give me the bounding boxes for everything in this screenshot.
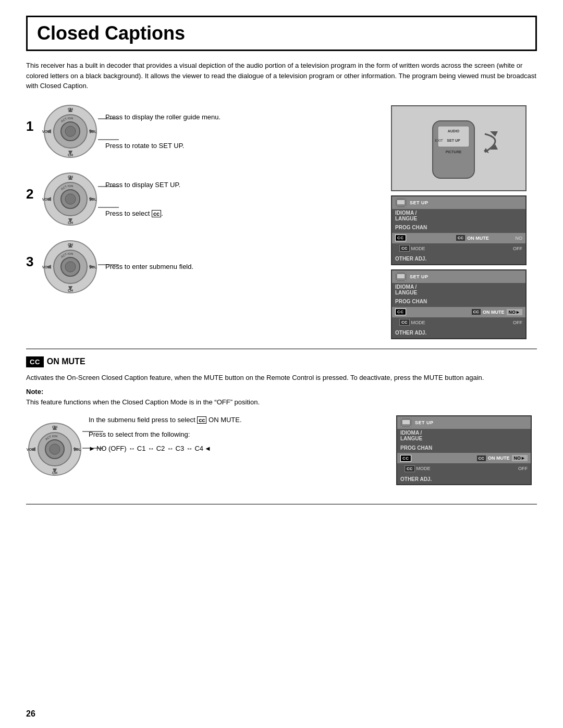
svg-text:EXIT: EXIT (435, 139, 443, 142)
options-arrow-row: ► NO (OFF) ↔ C1 ↔ C2 ↔ C3 ↔ C4 ◄ (89, 445, 391, 452)
no-highlight-value: NO► (507, 309, 522, 315)
dial-2: CH CH VOL VOL ACT ION (42, 170, 99, 228)
menu-cc-mode-bottom: CC MODE OFF (397, 463, 531, 474)
intro-paragraph: This receiver has a built in decoder tha… (26, 60, 537, 91)
connector-line-1a (98, 118, 119, 119)
menu-screen-1: SET UP IDIOMA / LANGUE PROG CHAN CC CC O… (391, 195, 527, 265)
cc-badge-menu-1: CC (395, 235, 406, 241)
footer-divider (26, 504, 537, 504)
menu-header-2: SET UP (392, 270, 525, 283)
svg-text:PICTURE: PICTURE (446, 150, 462, 154)
svg-text:AUDIO: AUDIO (448, 129, 460, 133)
steps-right-column: AUDIO SET UP PICTURE EXIT SE (391, 103, 537, 339)
step-2-instructions: Press to display SET UP. Press to select… (99, 170, 180, 228)
bottom-instruction-1: In the submenu field press to select cc … (89, 415, 391, 425)
svg-text:ION: ION (68, 252, 74, 255)
options-text: NO (OFF) ↔ C1 ↔ C2 ↔ C3 ↔ C4 (96, 445, 203, 452)
menu-header-1: SET UP (392, 196, 525, 209)
step-number-2: 2 (26, 186, 42, 202)
menu-icon-1 (395, 198, 407, 207)
connector-line-1b (98, 139, 119, 140)
menu-screen-bottom: SET UP IDIOMA / LANGUE PROG CHAN CC CC O… (396, 415, 532, 485)
setup-label-bottom: SET UP (415, 420, 434, 425)
svg-rect-57 (397, 200, 405, 204)
menu-other-adj-bottom: OTHER ADJ. (397, 474, 531, 484)
bottom-right-panel: SET UP IDIOMA / LANGUE PROG CHAN CC CC O… (391, 415, 537, 485)
dial-bottom: CH CH VOL VOL ACT ION (26, 421, 83, 478)
bottom-step: CH CH VOL VOL ACT ION In (26, 415, 537, 488)
step-2: 2 CH CH VOL VOL ACT ION (26, 170, 381, 228)
cc-badge-inline: cc (152, 210, 161, 217)
cc-badge-menu-bottom: CC (400, 455, 411, 462)
svg-text:ION: ION (68, 184, 74, 188)
cc-title-badge: CC (26, 356, 44, 367)
connector-line-2b (98, 207, 119, 208)
cc-note: Note: This feature functions when the Cl… (26, 387, 537, 407)
svg-rect-77 (402, 420, 410, 424)
connector-line-b2 (82, 448, 103, 449)
cc-on-mute-title: CC ON MUTE (26, 356, 537, 367)
dial-1: CH CH VOL VOL ACT ION (42, 103, 99, 160)
section-divider (26, 349, 537, 349)
menu-cc-mode-1: CC MODE OFF (392, 243, 525, 254)
step-2-text-2: Press to select cc. (105, 209, 180, 217)
menu-cc-row-2: CC CC ON MUTE NO► (392, 307, 525, 317)
remote-illustration: AUDIO SET UP PICTURE EXIT (401, 110, 516, 186)
bottom-left: CH CH VOL VOL ACT ION In (26, 415, 391, 488)
step-1: 1 CH CH VOL VOL (26, 103, 381, 160)
menu-screen-2: SET UP IDIOMA / LANGUE PROG CHAN CC CC O… (391, 269, 527, 339)
steps-left-column: 1 CH CH VOL VOL (26, 103, 381, 339)
connector-line-b1 (82, 431, 103, 432)
menu-idioma-bottom: IDIOMA / LANGUE (397, 429, 531, 442)
cc-on-mute-description: Activates the On-Screen Closed Caption f… (26, 373, 537, 383)
step-1-text-2: Press to rotate to SET UP. (105, 142, 221, 150)
page-number: 26 (26, 709, 35, 719)
step-3: 3 CH CH VOL VOL ACT ION (26, 238, 381, 295)
svg-point-73 (50, 444, 60, 454)
menu-header-bottom: SET UP (397, 416, 531, 429)
step-1-instructions: Press to display the roller guide menu. … (99, 103, 221, 160)
note-label: Note: (26, 388, 43, 396)
steps-wrapper: 1 CH CH VOL VOL (26, 103, 537, 339)
dial-3: CH CH VOL VOL ACT ION (42, 238, 99, 295)
menu-icon-bottom (400, 418, 412, 427)
arrow-end: ◄ (204, 445, 211, 452)
menu-prog-chan-1: PROG CHAN (392, 223, 525, 233)
setup-label-1: SET UP (410, 200, 429, 205)
menu-cc-row-bottom: CC CC ON MUTE NO► (397, 453, 531, 463)
svg-text:ION: ION (52, 435, 58, 438)
cc-badge-bottom: cc (197, 416, 206, 424)
note-text: This feature functions when the Closed C… (26, 398, 260, 406)
menu-other-adj-1: OTHER ADJ. (392, 254, 525, 264)
svg-point-45 (65, 262, 76, 272)
setup-label-2: SET UP (410, 274, 429, 279)
menu-icon-2 (395, 272, 407, 281)
step-1-illustration: AUDIO SET UP PICTURE EXIT (391, 105, 527, 191)
cc-badge-menu-2: CC (395, 309, 406, 315)
step-number-3: 3 (26, 254, 42, 270)
svg-point-29 (65, 194, 76, 204)
page-title: Closed Captions (26, 16, 537, 51)
connector-line-3 (98, 264, 119, 265)
step-number-1: 1 (26, 118, 42, 134)
menu-prog-chan-2: PROG CHAN (392, 297, 525, 307)
svg-text:ION: ION (68, 117, 74, 120)
svg-text:SET UP: SET UP (447, 139, 460, 142)
step-2-text-1: Press to display SET UP. (105, 181, 180, 189)
bottom-instructions: In the submenu field press to select cc … (83, 415, 391, 452)
menu-idioma-2: IDIOMA / LANGUE (392, 283, 525, 297)
svg-rect-59 (397, 274, 405, 278)
svg-point-13 (65, 126, 76, 137)
cc-on-mute-section: CC ON MUTE Activates the On-Screen Close… (26, 356, 537, 489)
step-1-text-1: Press to display the roller guide menu. (105, 113, 221, 121)
on-mute-heading: ON MUTE (47, 357, 85, 366)
menu-other-adj-2: OTHER ADJ. (392, 328, 525, 338)
step-3-instructions: Press to enter submenu field. (99, 238, 193, 295)
menu-cc-row-1: CC CC ON MUTE NO (392, 233, 525, 243)
menu-prog-chan-bottom: PROG CHAN (397, 442, 531, 453)
connector-line-2a (98, 186, 119, 187)
no-highlight-value-bottom: NO► (512, 455, 528, 461)
menu-cc-mode-2: CC MODE OFF (392, 317, 525, 328)
menu-idioma-1: IDIOMA / LANGUE (392, 209, 525, 223)
bottom-instruction-2: Press to select from the following: (89, 430, 391, 439)
